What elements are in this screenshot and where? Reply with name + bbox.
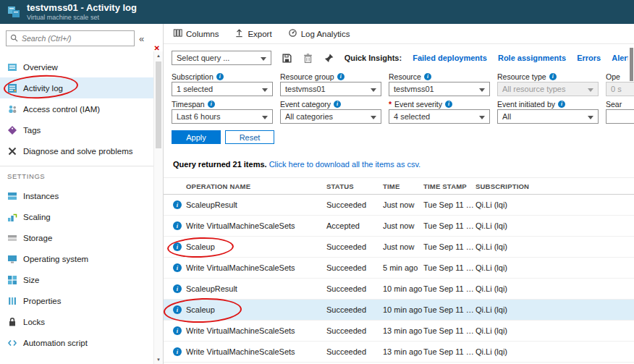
- reset-button[interactable]: Reset: [225, 130, 274, 144]
- save-query-icon[interactable]: [282, 53, 292, 64]
- filter-subscription: Subscription 1 selected: [172, 71, 273, 96]
- quick-insights: Quick Insights: Failed deployments Role …: [345, 54, 628, 62]
- col-status[interactable]: STATUS: [326, 182, 383, 190]
- export-button[interactable]: Export: [234, 28, 271, 39]
- required-mark: *: [389, 100, 392, 109]
- event-severity-select[interactable]: 4 selected: [389, 109, 490, 124]
- col-subscription[interactable]: SUBSCRIPTION: [476, 182, 634, 190]
- overview-icon: [7, 62, 17, 72]
- operation-select[interactable]: 0 s: [606, 82, 634, 96]
- scroll-up-icon[interactable]: [154, 54, 163, 58]
- resource-group-select[interactable]: testvmss01: [280, 82, 381, 96]
- command-bar: Columns Export Log Analytics: [164, 24, 634, 44]
- vmss-icon: [7, 5, 21, 20]
- lock-icon: [7, 317, 17, 327]
- sidebar-item-instances[interactable]: Instances: [0, 185, 163, 206]
- sidebar-scrollbar[interactable]: [153, 51, 163, 364]
- table-row-selected[interactable]: Scaleup Succeeded 10 min ago Tue Sep 11 …: [164, 300, 634, 321]
- delete-query-icon[interactable]: [303, 53, 313, 64]
- quick-insight-errors[interactable]: Errors: [577, 54, 601, 62]
- log-analytics-button[interactable]: Log Analytics: [288, 28, 350, 39]
- select-query-dropdown[interactable]: Select query ...: [172, 51, 271, 65]
- info-icon: [173, 263, 182, 272]
- filter-panel: Subscription 1 selected Resource group t…: [164, 69, 634, 124]
- people-icon: [7, 104, 17, 114]
- table-row[interactable]: Write VirtualMachineScaleSets Succeeded …: [164, 258, 634, 279]
- filter-event-initiated-by: Event initiated by All: [497, 98, 599, 124]
- info-icon: [208, 101, 215, 108]
- table-row[interactable]: Write VirtualMachineScaleSets Succeeded …: [164, 321, 634, 342]
- info-icon: [173, 284, 182, 293]
- settings-section-header: SETTINGS: [0, 166, 163, 184]
- table-row[interactable]: ScaleupResult Succeeded Just now Tue Sep…: [164, 195, 634, 216]
- sidebar-item-overview[interactable]: Overview: [0, 56, 163, 77]
- info-icon: [334, 101, 341, 108]
- info-icon: [173, 242, 182, 251]
- resource-select[interactable]: testvmss01: [389, 82, 490, 96]
- pin-icon[interactable]: [324, 53, 334, 64]
- sidebar-item-properties[interactable]: Properties: [0, 290, 163, 311]
- sidebar-item-activity-log[interactable]: Activity log: [0, 77, 163, 98]
- results-count: Query returned 21 items.: [173, 160, 267, 169]
- results-summary: Query returned 21 items. Click here to d…: [173, 160, 634, 169]
- resource-type-select[interactable]: All resource types: [497, 82, 599, 96]
- sidebar-item-size[interactable]: Size: [0, 269, 163, 290]
- quick-insight-failed-deployments[interactable]: Failed deployments: [413, 54, 487, 62]
- columns-button[interactable]: Columns: [173, 28, 219, 39]
- sidebar-item-diagnose[interactable]: Diagnose and solve problems: [0, 140, 163, 161]
- col-time-stamp[interactable]: TIME STAMP: [423, 182, 476, 190]
- event-category-select[interactable]: All categories: [280, 109, 381, 124]
- col-operation-name[interactable]: OPERATION NAME: [173, 182, 326, 190]
- info-icon: [549, 73, 557, 80]
- subscription-select[interactable]: 1 selected: [172, 82, 273, 96]
- sidebar-item-locks[interactable]: Locks: [0, 311, 163, 332]
- filter-resource-type: Resource type All resource types: [497, 71, 599, 96]
- quick-insight-role-assignments[interactable]: Role assignments: [498, 54, 566, 62]
- sidebar-item-automation-script[interactable]: Automation script: [0, 332, 163, 353]
- sidebar-item-access-control[interactable]: Access control (IAM): [0, 98, 163, 119]
- info-icon: [173, 305, 182, 314]
- instances-icon: [7, 191, 17, 201]
- table-row[interactable]: Scaleup Succeeded Just now Tue Sep 11 2.…: [164, 237, 634, 258]
- sidebar-item-tags[interactable]: Tags: [0, 119, 163, 140]
- event-initiated-by-select[interactable]: All: [497, 109, 599, 124]
- search-filter-input[interactable]: [606, 109, 634, 124]
- sidebar: Overview Activity log Access control (IA…: [0, 24, 164, 364]
- sidebar-item-scaling[interactable]: Scaling: [0, 206, 163, 227]
- filter-event-category: Event category All categories: [280, 98, 381, 124]
- filter-resource: Resource testvmss01: [389, 71, 490, 96]
- query-bar: Select query ... Quick Insights: Failed …: [164, 44, 634, 69]
- search-input[interactable]: [22, 34, 130, 43]
- scroll-down-icon[interactable]: [154, 357, 163, 362]
- monitor-icon: [7, 254, 17, 264]
- wrench-x-icon: [7, 146, 17, 156]
- quick-insights-label: Quick Insights:: [345, 54, 402, 62]
- sidebar-item-storage[interactable]: Storage: [0, 227, 163, 248]
- info-icon: [173, 347, 182, 356]
- activity-log-table: OPERATION NAME STATUS TIME TIME STAMP SU…: [164, 177, 634, 363]
- table-row[interactable]: Write VirtualMachineScaleSets Accepted J…: [164, 216, 634, 237]
- table-row[interactable]: ScaleupResult Succeeded 10 min ago Tue S…: [164, 279, 634, 300]
- table-row[interactable]: Write VirtualMachineScaleSets Succeeded …: [164, 342, 634, 363]
- table-header-row: OPERATION NAME STATUS TIME TIME STAMP SU…: [164, 177, 634, 195]
- quick-insight-alerts[interactable]: Alerts: [612, 54, 628, 62]
- search-icon: [10, 34, 18, 43]
- scaling-icon: [7, 212, 17, 222]
- scrollbar-thumb[interactable]: [156, 62, 161, 148]
- tag-icon: [7, 125, 17, 135]
- azure-portal-page: testvmss01 - Activity log Virtual machin…: [0, 0, 634, 364]
- info-icon: [216, 73, 224, 80]
- blade-titlebar: testvmss01 - Activity log Virtual machin…: [0, 0, 634, 24]
- timespan-select[interactable]: Last 6 hours: [172, 109, 273, 124]
- apply-button[interactable]: Apply: [172, 130, 221, 144]
- size-icon: [7, 275, 17, 285]
- sidebar-nav: Overview Activity log Access control (IA…: [0, 56, 163, 161]
- sidebar-search: [6, 30, 135, 46]
- col-time[interactable]: TIME: [383, 182, 423, 190]
- sidebar-item-operating-system[interactable]: Operating system: [0, 248, 163, 269]
- main-scrollbar-thumb[interactable]: [630, 48, 633, 81]
- download-csv-link[interactable]: Click here to download all the items as …: [269, 160, 421, 169]
- properties-icon: [7, 296, 17, 306]
- export-icon: [234, 28, 244, 39]
- collapse-sidebar-button[interactable]: [139, 33, 144, 44]
